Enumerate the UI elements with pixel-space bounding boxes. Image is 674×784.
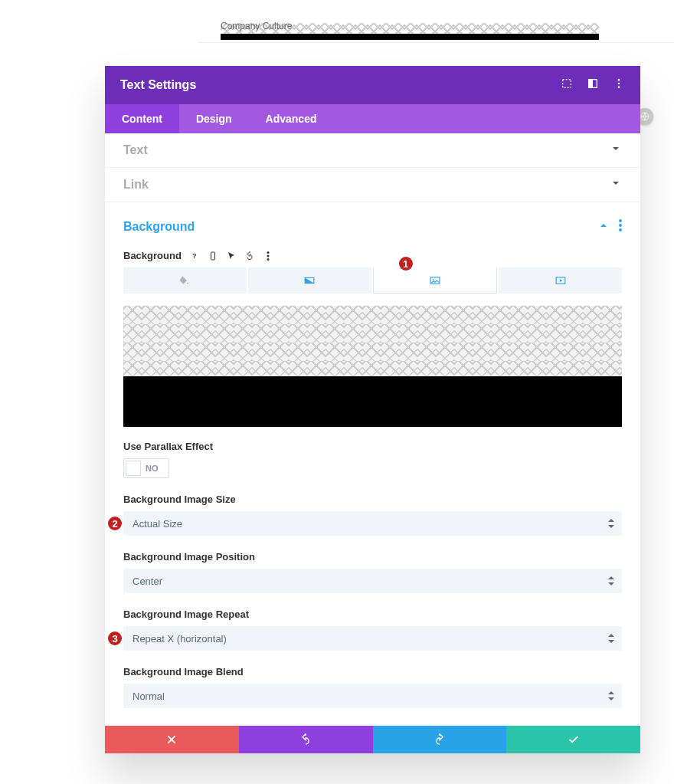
svg-point-13 [267,254,269,257]
annotation-badge-2: 2 [106,515,123,532]
svg-text:?: ? [192,252,197,260]
preview-label: Company Culture [221,21,292,31]
tab-content[interactable]: Content [105,104,179,133]
background-label: Background [123,250,182,261]
expand-button[interactable] [561,77,573,93]
svg-point-5 [618,83,620,85]
globe-icon [640,112,649,121]
panel-header: Text Settings [105,66,640,104]
tab-design[interactable]: Design [179,104,249,133]
expand-icon [561,77,573,90]
svg-rect-3 [589,80,593,88]
reset-button[interactable] [244,251,255,261]
more-button[interactable] [613,77,625,93]
background-preview[interactable] [123,306,622,427]
repeat-select-value: Repeat X (horizontal) [133,633,227,645]
panel-title: Text Settings [120,78,196,92]
undo-icon [299,733,312,746]
phone-icon [208,251,218,261]
field-menu-button[interactable] [263,251,273,261]
undo-button[interactable] [239,726,373,753]
select-arrows-icon [608,576,614,586]
section-text[interactable]: Text [105,133,640,168]
chevron-down-icon [610,143,622,158]
bgtype-image[interactable] [373,267,498,294]
position-select[interactable]: Center [123,569,622,593]
parallax-toggle[interactable]: NO [123,458,169,478]
svg-point-7 [619,219,622,222]
page-preview: Company Culture [198,18,674,43]
tab-row: Content Design Advanced [105,104,640,133]
section-link-title: Link [123,178,149,192]
chevron-up-icon [597,219,610,235]
svg-rect-11 [211,252,214,260]
annotation-badge-1: 1 [398,255,414,272]
bgtype-video[interactable] [499,267,622,294]
blend-select-value: Normal [133,691,165,702]
toggle-label: NO [142,464,159,473]
position-select-value: Center [133,576,162,587]
position-label: Background Image Position [123,551,622,563]
settings-panel: Text Settings Content Design Advanced Te… [105,66,640,753]
background-label-row: Background ? [123,250,622,261]
preview-black [123,376,622,427]
background-type-tabs: 1 [123,267,622,294]
check-icon [568,733,580,746]
blend-label: Background Image Blend [123,666,622,677]
snap-icon [587,77,599,90]
cancel-button[interactable] [105,726,239,753]
save-button[interactable] [506,726,640,753]
help-icon: ? [190,251,199,261]
section-background-title: Background [123,220,195,234]
help-button[interactable]: ? [189,251,200,261]
responsive-button[interactable] [208,251,218,261]
svg-rect-1 [563,80,571,88]
snap-button[interactable] [587,77,599,93]
more-vertical-icon [263,251,273,261]
svg-point-8 [619,224,622,227]
cursor-icon [227,251,236,261]
select-arrows-icon [608,519,614,528]
hover-button[interactable] [226,251,237,261]
section-background[interactable]: Background [105,202,640,244]
repeat-select[interactable]: Repeat X (horizontal) [123,626,622,651]
image-icon [428,275,442,286]
size-select[interactable]: Actual Size [123,511,622,536]
section-link[interactable]: Link [105,168,640,202]
redo-icon [434,733,446,746]
undo-icon [245,251,254,261]
annotation-badge-3: 3 [106,630,123,647]
tab-advanced[interactable]: Advanced [249,104,334,133]
panel-scroll[interactable]: Text Link Background [105,133,640,726]
repeat-label: Background Image Repeat [123,609,622,620]
preview-blackbar [221,34,599,40]
bgtype-color[interactable] [123,267,247,294]
redo-button[interactable] [373,726,507,753]
size-select-value: Actual Size [133,518,182,530]
select-arrows-icon [608,634,614,643]
paint-bucket-icon [178,275,191,286]
panel-footer [105,726,640,753]
section-background-body: Background ? [105,244,640,726]
svg-point-4 [618,79,620,81]
section-text-title: Text [123,143,148,157]
bgtype-gradient[interactable] [248,267,371,294]
select-arrows-icon [608,691,614,700]
more-vertical-icon [613,77,625,90]
blend-select[interactable]: Normal [123,684,622,708]
parallax-label: Use Parallax Effect [123,441,622,452]
toggle-knob [126,461,141,476]
video-icon [554,275,568,286]
close-icon [165,733,178,746]
svg-point-6 [618,86,620,88]
gradient-icon [303,275,316,286]
svg-point-17 [433,278,434,280]
section-menu-button[interactable] [619,219,622,235]
svg-point-9 [619,228,622,231]
chevron-down-icon [610,177,622,192]
svg-point-12 [267,251,269,254]
panel-body: Text Link Background [105,133,640,726]
size-label: Background Image Size [123,494,622,505]
svg-point-14 [267,258,269,261]
preview-pattern [123,306,622,376]
